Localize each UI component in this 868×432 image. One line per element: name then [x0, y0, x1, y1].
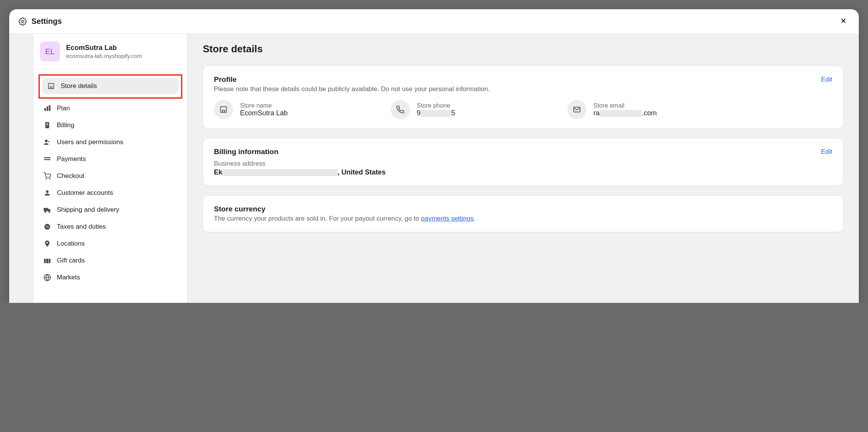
billing-card: Billing information Edit Business addres… — [203, 138, 843, 186]
sidebar-item-customer-accounts[interactable]: Customer accounts — [38, 185, 182, 201]
billing-edit-button[interactable]: Edit — [821, 148, 832, 156]
sidebar-item-billing[interactable]: Billing — [38, 117, 182, 133]
sidebar-item-plan[interactable]: Plan — [38, 100, 182, 116]
svg-point-13 — [50, 179, 50, 179]
sidebar-item-label: Locations — [57, 240, 85, 248]
svg-rect-7 — [46, 125, 48, 125]
sidebar-item-label: Taxes and duties — [57, 223, 106, 231]
sidebar-item-label: Customer accounts — [57, 189, 113, 197]
sidebar-item-label: Shipping and delivery — [57, 206, 119, 214]
store-email-label: Store email — [593, 102, 657, 109]
store-icon — [214, 100, 233, 119]
sidebar-item-locations[interactable]: Locations — [38, 236, 182, 252]
store-phone-label: Store phone — [417, 102, 455, 109]
close-button[interactable] — [837, 15, 850, 28]
person-icon — [43, 189, 51, 197]
sidebar-item-gift-cards[interactable]: Gift cards — [38, 253, 182, 269]
sidebar-item-label: Billing — [57, 121, 74, 129]
store-avatar: EL — [40, 42, 60, 61]
cart-icon — [43, 172, 51, 180]
profile-card: Profile Edit Please note that these deta… — [203, 66, 843, 129]
store-name-entry: Store name EcomSutra Lab — [214, 100, 368, 119]
sidebar-item-label: Gift cards — [57, 257, 85, 264]
credit-card-icon — [43, 155, 51, 163]
svg-rect-4 — [46, 106, 48, 111]
sidebar-item-label: Store details — [61, 82, 97, 90]
svg-point-12 — [46, 179, 47, 179]
svg-point-14 — [46, 190, 49, 193]
billing-title: Billing information — [214, 148, 278, 156]
store-card[interactable]: EL EcomSutra Lab ecomsutra-lab.myshopify… — [34, 34, 187, 70]
store-phone-entry: Store phone 95 — [391, 100, 544, 119]
svg-rect-21 — [44, 259, 51, 263]
sidebar-item-markets[interactable]: Markets — [38, 269, 182, 286]
page-title: Store details — [203, 43, 843, 55]
sidebar-item-label: Markets — [57, 274, 80, 281]
svg-point-8 — [45, 140, 48, 142]
modal-header: Settings — [9, 9, 859, 34]
close-icon — [840, 17, 847, 26]
svg-rect-3 — [45, 108, 46, 111]
redacted-span — [222, 169, 338, 176]
currency-desc: The currency your products are sold in. … — [214, 215, 832, 223]
store-email-value: ra.com — [593, 109, 657, 117]
sidebar-item-payments[interactable]: Payments — [38, 151, 182, 167]
location-pin-icon — [43, 239, 51, 248]
svg-point-17 — [48, 211, 50, 212]
svg-point-9 — [48, 141, 50, 142]
sidebar-item-label: Users and permissions — [57, 138, 123, 146]
sidebar-item-label: Checkout — [57, 172, 84, 180]
receipt-icon — [43, 121, 51, 130]
nav-list: Store details Plan Billing Users and per… — [34, 70, 187, 291]
svg-point-20 — [46, 242, 48, 243]
svg-rect-5 — [49, 105, 50, 111]
sidebar-item-label: Plan — [57, 105, 70, 112]
svg-point-0 — [22, 20, 24, 23]
sidebar-item-checkout[interactable]: Checkout — [38, 168, 182, 184]
mail-icon — [567, 100, 586, 119]
svg-text:%: % — [46, 225, 49, 229]
settings-modal: Settings EL EcomSutra Lab ecomsutra-lab.… — [9, 9, 859, 303]
business-address-label: Business address — [214, 160, 832, 168]
store-name-label: Store name — [240, 102, 288, 109]
tax-icon: % — [43, 223, 51, 231]
redacted-span — [421, 110, 451, 117]
store-icon — [47, 82, 55, 90]
currency-title: Store currency — [214, 205, 832, 213]
modal-title: Settings — [31, 17, 62, 26]
profile-edit-button[interactable]: Edit — [821, 76, 832, 83]
globe-icon — [43, 273, 51, 282]
store-email-entry: Store email ra.com — [567, 100, 721, 119]
sidebar-item-users[interactable]: Users and permissions — [38, 134, 182, 150]
profile-subtitle: Please note that these details could be … — [214, 85, 832, 93]
gear-icon — [18, 17, 27, 26]
sidebar-item-shipping[interactable]: Shipping and delivery — [38, 202, 182, 218]
sidebar-item-taxes[interactable]: % Taxes and duties — [38, 219, 182, 235]
settings-sidebar: EL EcomSutra Lab ecomsutra-lab.myshopify… — [34, 34, 187, 303]
business-address-value: Ek, United States — [214, 168, 832, 176]
payments-settings-link[interactable]: payments settings — [421, 215, 474, 222]
svg-point-16 — [45, 211, 46, 212]
store-url: ecomsutra-lab.myshopify.com — [66, 53, 142, 59]
main-content: Store details Profile Edit Please note t… — [187, 34, 859, 303]
profile-title: Profile — [214, 75, 237, 84]
sidebar-item-label: Payments — [57, 155, 86, 163]
sidebar-item-store-details[interactable]: Store details — [42, 78, 179, 94]
truck-icon — [43, 206, 51, 214]
plan-icon — [43, 104, 51, 113]
phone-icon — [391, 100, 410, 119]
highlight-box: Store details — [38, 74, 182, 99]
users-icon — [43, 138, 51, 146]
svg-rect-6 — [46, 123, 48, 124]
gift-card-icon — [43, 256, 51, 265]
store-name: EcomSutra Lab — [66, 44, 142, 52]
currency-card: Store currency The currency your product… — [203, 195, 843, 232]
store-phone-value: 95 — [417, 109, 455, 117]
redacted-span — [600, 110, 642, 117]
svg-rect-15 — [44, 208, 48, 211]
svg-rect-11 — [44, 159, 51, 160]
store-name-value: EcomSutra Lab — [240, 109, 288, 117]
svg-rect-10 — [44, 157, 51, 158]
